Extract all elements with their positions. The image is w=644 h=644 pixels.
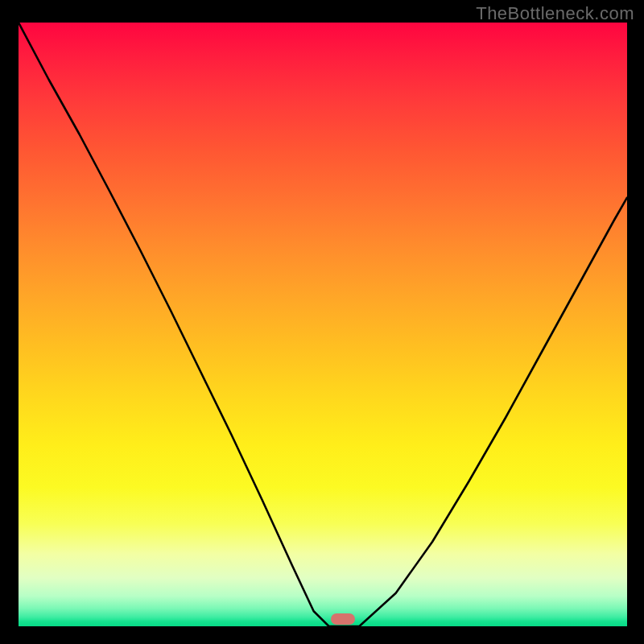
- curve-path: [19, 23, 627, 626]
- plot-area: [19, 23, 627, 626]
- watermark-text: TheBottleneck.com: [476, 3, 634, 24]
- chart-frame: TheBottleneck.com: [0, 0, 644, 644]
- optimal-marker: [331, 613, 355, 625]
- bottleneck-curve: [19, 23, 627, 626]
